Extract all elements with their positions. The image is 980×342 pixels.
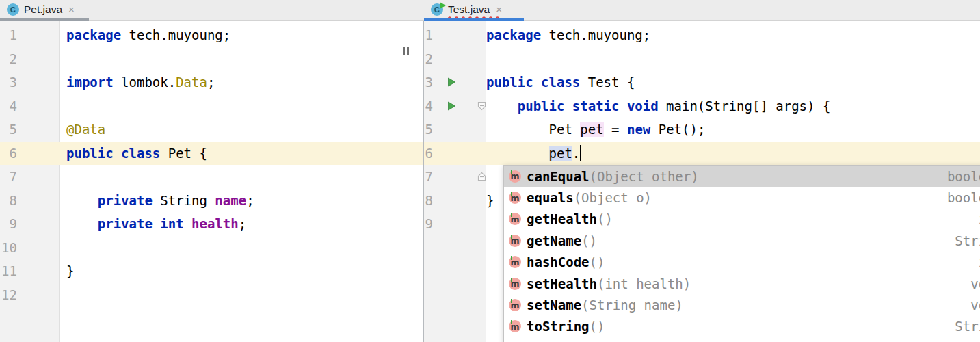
code-text[interactable]	[60, 47, 423, 71]
code-token: tech.muyoung;	[121, 27, 230, 42]
line-number: 11	[0, 259, 60, 283]
method-params: ()	[581, 233, 597, 248]
return-type: boolean	[947, 190, 980, 205]
line-number: 7	[424, 165, 447, 189]
code-token: Test {	[580, 75, 635, 90]
run-icon[interactable]	[447, 101, 456, 111]
code-line[interactable]: 10	[0, 236, 423, 260]
code-line[interactable]: 3import lombok.Data;	[0, 70, 423, 94]
code-line[interactable]: 3public class Test {	[424, 70, 980, 94]
code-text[interactable]: private String name;	[60, 189, 423, 213]
code-text[interactable]: Pet pet = new Pet();	[486, 118, 980, 142]
code-token: ;	[246, 193, 254, 208]
completion-item[interactable]: msetHealth(int health)void	[504, 273, 980, 294]
code-line[interactable]: 1package tech.muyoung;	[424, 23, 980, 47]
completion-item[interactable]: mgetHealth()int	[504, 209, 980, 230]
code-text[interactable]: }	[60, 259, 423, 283]
code-line[interactable]: 1package tech.muyoung;	[0, 23, 423, 47]
generated-marker-icon	[511, 320, 512, 324]
method-name: getName	[527, 233, 581, 248]
completion-item[interactable]: msetName(String name)void	[504, 294, 980, 315]
completion-item[interactable]: mtoString()String	[504, 316, 980, 337]
code-line[interactable]: 2	[424, 47, 980, 71]
code-line[interactable]: 5@Data	[0, 118, 423, 142]
code-token: public class	[486, 75, 580, 90]
code-token: package	[486, 27, 541, 42]
completion-item[interactable]: m	[504, 337, 980, 342]
gutter-icons	[447, 189, 486, 213]
code-line[interactable]: 6public class Pet {	[0, 142, 423, 166]
icon-letter: C	[434, 5, 440, 14]
line-number: 2	[0, 47, 60, 71]
code-text[interactable]: public class Pet {	[60, 142, 423, 166]
generated-marker-icon	[511, 235, 512, 239]
fold-marker-icon[interactable]	[477, 101, 486, 111]
code-line[interactable]: 8 private String name;	[0, 189, 423, 213]
gutter-icons	[447, 165, 486, 189]
completion-item[interactable]: mgetName()String	[504, 230, 980, 251]
generated-marker-icon	[511, 299, 512, 303]
code-text[interactable]: private int health;	[60, 212, 423, 236]
code-token: pet	[549, 146, 572, 161]
code-token	[486, 98, 518, 114]
code-token	[153, 216, 160, 231]
code-text[interactable]: pet.	[486, 142, 980, 166]
code-text[interactable]: package tech.muyoung;	[486, 23, 980, 47]
code-line[interactable]: 5 Pet pet = new Pet();	[424, 118, 980, 142]
code-line[interactable]: 12	[0, 283, 423, 307]
code-line[interactable]: 11}	[0, 259, 423, 283]
code-text[interactable]	[60, 94, 423, 118]
code-text[interactable]	[486, 47, 980, 71]
code-line[interactable]: 4 public static void main(String[] args)…	[424, 94, 980, 118]
code-text[interactable]	[60, 165, 423, 189]
method-icon: m	[509, 192, 521, 204]
code-token: .	[572, 146, 580, 161]
code-token: Pet();	[650, 122, 705, 137]
line-number: 8	[424, 189, 447, 213]
gutter-icons	[447, 23, 486, 47]
line-number: 1	[424, 23, 447, 47]
close-icon[interactable]: ×	[68, 3, 75, 15]
line-number: 7	[0, 165, 60, 189]
code-line[interactable]: 7	[0, 165, 423, 189]
code-token: ;	[207, 75, 215, 90]
editor-tab-bar: C Pet.java × C Test.java ×	[0, 0, 980, 21]
code-text[interactable]	[60, 283, 423, 307]
tab-pet-java[interactable]: C Pet.java ×	[0, 0, 89, 21]
code-text[interactable]: public class Test {	[486, 70, 980, 94]
code-text[interactable]: @Data	[60, 118, 423, 142]
code-text[interactable]: package tech.muyoung;	[60, 23, 423, 47]
return-type: String	[955, 319, 980, 334]
completion-item[interactable]: mcanEqual(Object other)boolean	[504, 166, 980, 187]
editor-pane-pet[interactable]: 1package tech.muyoung;23import lombok.Da…	[0, 21, 423, 342]
code-token: name	[215, 193, 246, 208]
method-name: canEqual	[527, 169, 590, 184]
pane-marker-icon	[403, 47, 410, 55]
run-icon[interactable]	[447, 77, 456, 87]
code-line[interactable]: 9 private int health;	[0, 212, 423, 236]
completion-item[interactable]: mequals(Object o)boolean	[504, 187, 980, 208]
code-text[interactable]: import lombok.Data;	[60, 70, 423, 94]
code-token: lombok.	[114, 75, 176, 90]
close-icon[interactable]: ×	[496, 3, 502, 15]
method-name: toString	[527, 319, 590, 334]
code-token: package	[66, 27, 121, 42]
tab-test-java[interactable]: C Test.java ×	[424, 0, 524, 21]
return-type: String	[955, 233, 980, 248]
code-line[interactable]: 2	[0, 47, 423, 71]
code-line[interactable]: 4	[0, 94, 423, 118]
code-line[interactable]: 6 pet.	[424, 142, 980, 166]
ide-window: C Pet.java × C Test.java × 1package tech…	[0, 0, 980, 342]
java-class-icon: C	[7, 3, 19, 16]
generated-marker-icon	[511, 278, 512, 282]
code-text[interactable]	[60, 236, 423, 260]
method-params: (String name)	[581, 298, 683, 313]
method-name: setHealth	[527, 276, 597, 291]
method-icon: m	[509, 213, 521, 225]
code-token: tech.muyoung;	[541, 27, 650, 42]
code-token: =	[604, 122, 627, 137]
code-token: @Data	[66, 122, 105, 137]
completion-item[interactable]: mhashCode()int	[504, 252, 980, 273]
fold-marker-icon[interactable]	[477, 172, 486, 181]
code-text[interactable]: public static void main(String[] args) {	[486, 94, 980, 118]
